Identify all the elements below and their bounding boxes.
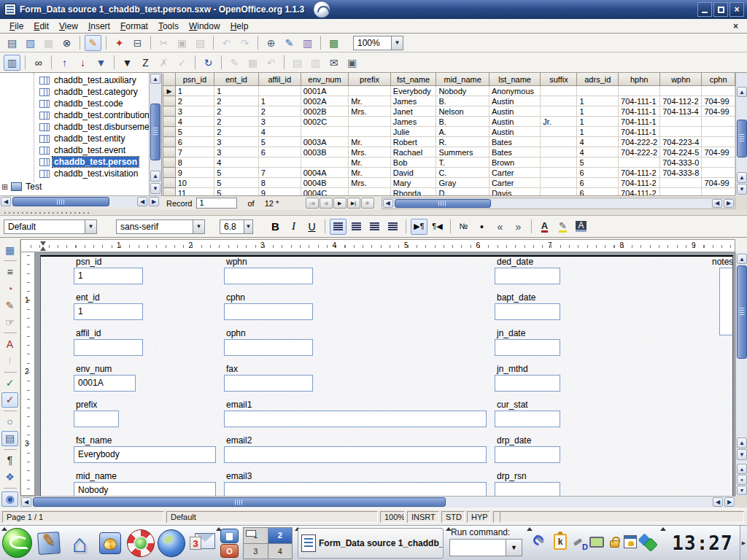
- table-cell[interactable]: [702, 86, 735, 96]
- table-cell[interactable]: 1: [214, 86, 259, 96]
- table-cell[interactable]: C.: [436, 168, 489, 178]
- table-cell[interactable]: 5: [214, 178, 259, 188]
- table-cell[interactable]: [301, 127, 349, 137]
- column-header-hphn[interactable]: hphn: [619, 74, 660, 86]
- data-sources-icon[interactable]: ▤: [1, 431, 18, 446]
- graphics-on-off-icon[interactable]: ❖: [1, 470, 18, 485]
- table-cell[interactable]: 6: [258, 147, 301, 158]
- table-cell[interactable]: 704-111-1: [619, 117, 660, 127]
- table-cell[interactable]: [702, 117, 735, 127]
- export-pdf-icon[interactable]: ✦: [111, 35, 128, 51]
- table-cell[interactable]: 0003A: [301, 137, 349, 147]
- table-cell[interactable]: 3: [214, 147, 259, 158]
- table-cell[interactable]: 704-111-2: [619, 178, 660, 188]
- table-cell[interactable]: [660, 188, 702, 196]
- table-cell[interactable]: 704-111-1: [619, 106, 660, 117]
- table-cell[interactable]: [541, 106, 577, 117]
- title-bar[interactable]: Form_Data source 1_chaddb_test.person.sx…: [0, 0, 747, 19]
- page-indicator[interactable]: Page 1 / 1: [2, 511, 164, 523]
- table-cell[interactable]: 0004A: [301, 168, 349, 178]
- text-editor-launcher-icon[interactable]: ✎: [35, 529, 63, 557]
- table-cell[interactable]: James: [390, 96, 436, 106]
- table-cell[interactable]: 2: [258, 106, 301, 117]
- table-cell[interactable]: 6: [175, 137, 214, 147]
- scroll-right-icon[interactable]: ▶: [724, 199, 734, 208]
- stylist-icon[interactable]: ✎: [281, 35, 298, 51]
- table-cell[interactable]: Davis: [489, 188, 540, 196]
- field-wphn[interactable]: [224, 268, 313, 284]
- table-cell[interactable]: Carter: [489, 178, 540, 188]
- sort-ascending-icon[interactable]: ↑: [56, 55, 73, 71]
- scroll-up-icon[interactable]: ▲: [150, 171, 160, 182]
- display-settings-tray-icon[interactable]: [588, 532, 605, 551]
- row-header[interactable]: [163, 147, 176, 158]
- scroll-left-icon[interactable]: ◀: [383, 199, 393, 208]
- column-header-lst_name[interactable]: lst_name: [489, 74, 540, 86]
- font-name-combo[interactable]: sans-serif ▼: [116, 219, 205, 234]
- home-folder-launcher-icon[interactable]: ⌂: [66, 529, 93, 557]
- zoom-combo[interactable]: 100% ▼: [353, 36, 403, 50]
- table-cell[interactable]: 2: [214, 96, 259, 106]
- explorer-on-off-icon[interactable]: ▥: [4, 55, 20, 71]
- panel-hide-arrow[interactable]: ▶: [740, 526, 747, 560]
- scrollbar-thumb[interactable]: [395, 199, 491, 208]
- column-header-ent_id[interactable]: ent_id: [214, 74, 259, 86]
- table-cell[interactable]: 4: [577, 137, 619, 147]
- table-cell[interactable]: Rhonda: [390, 188, 436, 196]
- table-cell[interactable]: [258, 158, 301, 168]
- lock-session-button[interactable]: [220, 529, 239, 543]
- pager-desktop-2[interactable]: 2: [268, 528, 293, 543]
- table-cell[interactable]: Nobody: [436, 86, 489, 96]
- applet-handle-icon[interactable]: [527, 527, 533, 531]
- zoom-value[interactable]: 100%: [353, 36, 391, 50]
- table-cell[interactable]: Mrs.: [349, 106, 391, 117]
- left-to-right-button[interactable]: ▶¶: [411, 219, 427, 235]
- table-cell[interactable]: 704-111-1: [619, 96, 660, 106]
- table-cell[interactable]: Julie: [390, 127, 436, 137]
- bullets-button[interactable]: •: [473, 219, 490, 235]
- lock-tray-icon[interactable]: [605, 532, 623, 551]
- document-vertical-scrollbar[interactable]: ▲ ▲ ▼ ▲ ● ▼: [735, 252, 747, 496]
- underline-button[interactable]: U: [303, 219, 320, 235]
- table-cell[interactable]: 1: [258, 96, 301, 106]
- refresh-icon[interactable]: ↻: [200, 55, 217, 71]
- autofilter-icon[interactable]: ▼: [93, 55, 109, 71]
- menu-insert[interactable]: Insert: [83, 20, 115, 32]
- zoom-indicator[interactable]: 100%: [380, 511, 405, 523]
- justify-button[interactable]: [384, 219, 401, 235]
- tree-item[interactable]: chaddb_test.code: [0, 98, 149, 109]
- menu-file[interactable]: File: [4, 20, 28, 32]
- table-cell[interactable]: 2: [175, 96, 214, 106]
- field-fst_name[interactable]: Everybody: [74, 446, 216, 463]
- horizontal-ruler[interactable]: 123456789: [20, 239, 735, 252]
- close-document-icon[interactable]: ×: [729, 21, 743, 31]
- table-cell[interactable]: 2: [214, 127, 259, 137]
- expand-icon[interactable]: ⊞: [1, 182, 8, 192]
- desktop-share-tray-icon[interactable]: [639, 532, 657, 551]
- form-functions-icon[interactable]: ☞: [1, 314, 18, 330]
- open-document-icon[interactable]: ▧: [22, 35, 39, 51]
- table-cell[interactable]: 0003B: [301, 147, 349, 158]
- table-cell[interactable]: [541, 168, 577, 178]
- table-cell[interactable]: Carter: [489, 168, 540, 178]
- field-bapt_date[interactable]: [495, 303, 560, 320]
- font-size-combo[interactable]: 6.8 ▼: [220, 219, 253, 234]
- table-cell[interactable]: Brown: [489, 158, 540, 168]
- italic-button[interactable]: I: [285, 219, 302, 235]
- table-cell[interactable]: Mrs.: [349, 147, 391, 158]
- table-cell[interactable]: B.: [436, 117, 489, 127]
- table-cell[interactable]: 704-223-4: [660, 137, 702, 147]
- insert-mode-indicator[interactable]: INSRT: [407, 511, 439, 523]
- paragraph-style-value[interactable]: Default: [4, 219, 85, 234]
- field-psn_id[interactable]: 1: [74, 268, 143, 284]
- column-header-suffix[interactable]: suffix: [541, 74, 577, 86]
- standard-filter-icon[interactable]: ▼: [119, 55, 136, 71]
- background-color-button[interactable]: A: [573, 219, 589, 235]
- selection-mode-indicator[interactable]: STD: [441, 511, 465, 523]
- klipper-tray-icon[interactable]: k: [551, 532, 569, 551]
- table-cell[interactable]: 1: [577, 117, 619, 127]
- table-cell[interactable]: [349, 117, 391, 127]
- table-cell[interactable]: 7: [175, 147, 214, 158]
- column-header-cphn[interactable]: cphn: [702, 74, 735, 86]
- table-cell[interactable]: 3: [214, 137, 259, 147]
